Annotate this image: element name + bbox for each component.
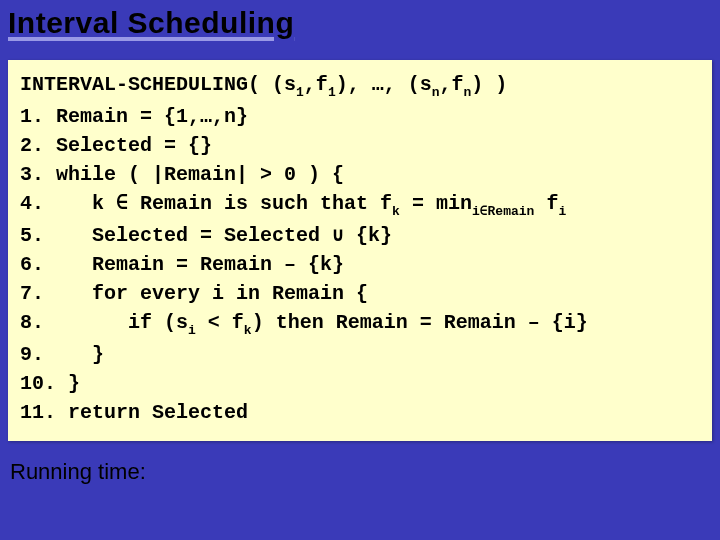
code-line: 6. Remain = Remain – {k} [20, 250, 700, 279]
running-time-label: Running time: [0, 441, 720, 485]
sub: n [432, 85, 440, 100]
slide: Interval Scheduling INTERVAL-SCHEDULING(… [0, 0, 720, 540]
sub: 1 [328, 85, 336, 100]
sub: 1 [296, 85, 304, 100]
t: INTERVAL-SCHEDULING( (s [20, 73, 296, 96]
sub: k [244, 323, 252, 338]
t: f [534, 192, 558, 215]
slide-title: Interval Scheduling [0, 0, 720, 40]
t: ), …, (s [336, 73, 432, 96]
t: ,f [440, 73, 464, 96]
code-line: 3. while ( |Remain| > 0 ) { [20, 160, 700, 189]
code-line: 2. Selected = {} [20, 131, 700, 160]
t: < f [196, 311, 244, 334]
t: = min [400, 192, 472, 215]
code-line: 1. Remain = {1,…,n} [20, 102, 700, 131]
t: ) ) [471, 73, 507, 96]
code-line: 11. return Selected [20, 398, 700, 427]
code-line: 9. } [20, 340, 700, 369]
sub: i [188, 323, 196, 338]
code-signature: INTERVAL-SCHEDULING( (s1,f1), …, (sn,fn)… [20, 70, 700, 102]
sub: n [464, 85, 472, 100]
t: 8. if (s [20, 311, 188, 334]
t: ,f [304, 73, 328, 96]
code-line: 8. if (si < fk) then Remain = Remain – {… [20, 308, 700, 340]
code-line: 5. Selected = Selected ∪ {k} [20, 221, 700, 250]
sub: i∈Remain [472, 204, 534, 219]
t: ) then Remain = Remain – {i} [252, 311, 588, 334]
algorithm-code-box: INTERVAL-SCHEDULING( (s1,f1), …, (sn,fn)… [8, 60, 712, 441]
t: 4. k ∈ Remain is such that f [20, 192, 392, 215]
code-line: 10. } [20, 369, 700, 398]
code-line: 7. for every i in Remain { [20, 279, 700, 308]
code-line: 4. k ∈ Remain is such that fk = mini∈Rem… [20, 189, 700, 221]
sub: k [392, 204, 400, 219]
sub: i [558, 204, 566, 219]
